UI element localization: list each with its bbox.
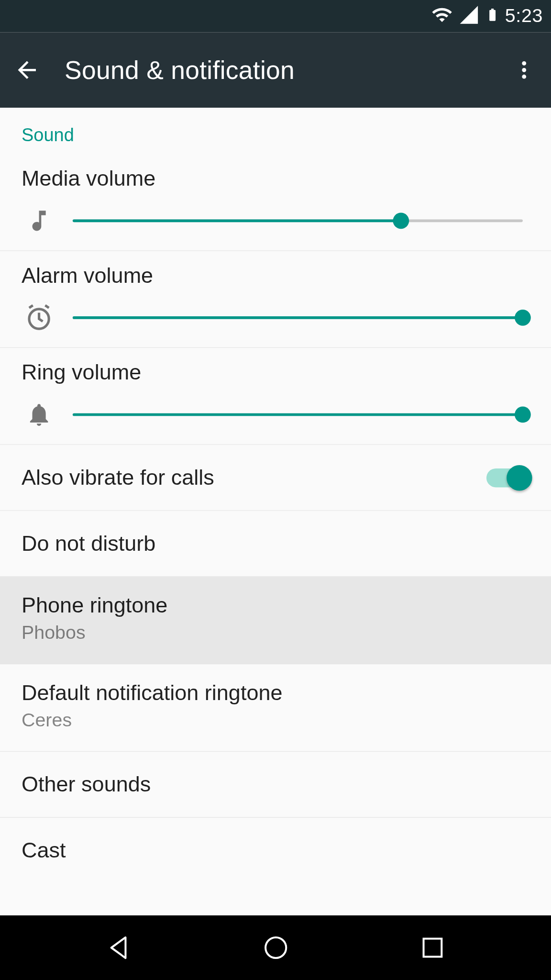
alarm-volume-slider[interactable] bbox=[73, 310, 523, 326]
svg-point-0 bbox=[522, 61, 526, 66]
alarm-volume-label: Alarm volume bbox=[22, 263, 529, 288]
media-volume-label: Media volume bbox=[22, 166, 529, 191]
notification-ringtone-row[interactable]: Default notification ringtone Ceres bbox=[0, 664, 551, 752]
alarm-volume-row: Alarm volume bbox=[0, 251, 551, 348]
ringtone-label: Phone ringtone bbox=[22, 593, 529, 618]
cast-row[interactable]: Cast bbox=[0, 818, 551, 903]
ring-volume-row: Ring volume bbox=[0, 348, 551, 445]
status-time: 5:23 bbox=[505, 5, 543, 27]
other-sounds-label: Other sounds bbox=[22, 772, 151, 797]
notification-ringtone-label: Default notification ringtone bbox=[22, 680, 529, 705]
do-not-disturb-row[interactable]: Do not disturb bbox=[0, 511, 551, 577]
status-bar: 5:23 bbox=[0, 0, 551, 33]
svg-point-1 bbox=[522, 68, 526, 72]
navigation-bar bbox=[0, 915, 551, 980]
section-header-sound: Sound bbox=[0, 108, 551, 154]
media-volume-slider[interactable] bbox=[73, 212, 523, 229]
nav-back-button[interactable] bbox=[99, 927, 139, 968]
alarm-clock-icon bbox=[24, 303, 54, 333]
vibrate-switch[interactable] bbox=[486, 466, 529, 489]
wifi-icon bbox=[431, 4, 452, 28]
media-volume-row: Media volume bbox=[0, 154, 551, 251]
battery-icon bbox=[485, 5, 499, 28]
vibrate-for-calls-row[interactable]: Also vibrate for calls bbox=[0, 445, 551, 511]
svg-rect-4 bbox=[423, 939, 441, 957]
dnd-label: Do not disturb bbox=[22, 531, 155, 556]
bell-icon bbox=[24, 400, 54, 430]
page-title: Sound & notification bbox=[65, 56, 508, 84]
back-button[interactable] bbox=[11, 54, 44, 87]
notification-ringtone-value: Ceres bbox=[22, 710, 529, 731]
app-bar: Sound & notification bbox=[0, 33, 551, 108]
svg-point-2 bbox=[522, 75, 526, 79]
nav-recent-button[interactable] bbox=[412, 927, 452, 968]
music-note-icon bbox=[24, 206, 54, 235]
vibrate-label: Also vibrate for calls bbox=[22, 465, 214, 490]
nav-home-button[interactable] bbox=[255, 927, 296, 968]
svg-point-3 bbox=[265, 937, 286, 958]
ring-volume-slider[interactable] bbox=[73, 407, 523, 423]
overflow-menu-button[interactable] bbox=[508, 54, 540, 87]
ring-volume-label: Ring volume bbox=[22, 360, 529, 385]
cast-label: Cast bbox=[22, 838, 66, 863]
phone-ringtone-row[interactable]: Phone ringtone Phobos bbox=[0, 577, 551, 664]
signal-icon bbox=[458, 4, 479, 28]
other-sounds-row[interactable]: Other sounds bbox=[0, 752, 551, 818]
ringtone-value: Phobos bbox=[22, 622, 529, 644]
